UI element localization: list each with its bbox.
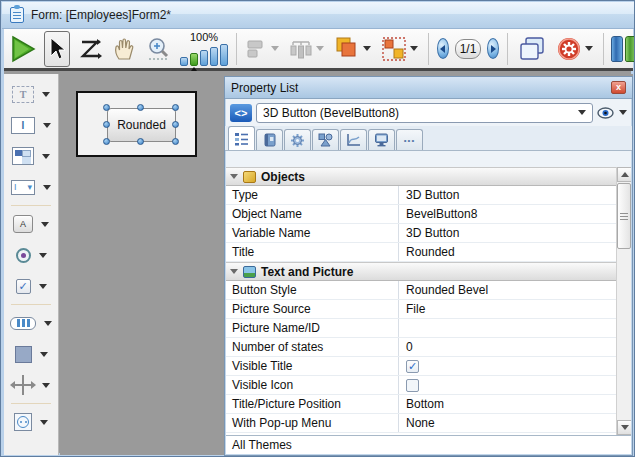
rounded-bevel-button-object[interactable]: Rounded <box>107 108 176 142</box>
hand-tool-button[interactable] <box>110 31 138 67</box>
selection-handle-se[interactable] <box>172 138 179 145</box>
collapse-triangle-icon[interactable] <box>230 269 238 274</box>
align-button[interactable] <box>244 31 281 67</box>
pages-cascade-icon <box>518 36 546 62</box>
tool-dropdown-arrow[interactable] <box>40 420 48 425</box>
section-text-and-picture[interactable]: Text and Picture <box>226 262 616 281</box>
tool-dropdown-arrow[interactable] <box>43 123 51 128</box>
window-titlebar[interactable]: Form: [Employees]Form2* <box>2 2 635 29</box>
property-row-type[interactable]: Type 3D Button <box>226 186 616 205</box>
tab-gear[interactable] <box>284 129 311 150</box>
distribute-button[interactable] <box>287 31 326 67</box>
property-row-variable-name[interactable]: Variable Name 3D Button <box>226 224 616 243</box>
view-options-button[interactable] <box>597 107 627 119</box>
zoom-level-control[interactable]: 100% <box>180 32 228 66</box>
property-value[interactable]: Rounded Bevel <box>399 283 616 297</box>
tool-button[interactable]: A <box>13 213 49 235</box>
gear-dropdown-arrow[interactable] <box>585 46 593 51</box>
tool-dropdown-arrow[interactable] <box>42 154 50 159</box>
tool-list-box[interactable] <box>12 145 50 167</box>
property-value[interactable]: 3D Button <box>399 188 616 202</box>
property-row-button-style[interactable]: Button Style Rounded Bevel <box>226 281 616 300</box>
zoom-tool-button[interactable] <box>144 31 174 67</box>
tab-book[interactable] <box>256 129 283 150</box>
tool-checkbox[interactable]: ✓ <box>16 275 47 297</box>
tool-dropdown-arrow[interactable] <box>41 222 49 227</box>
property-value[interactable]: None <box>399 416 616 430</box>
tool-dropdown-arrow[interactable] <box>42 92 50 97</box>
level-dropdown-arrow[interactable] <box>363 46 371 51</box>
scroll-down-button[interactable] <box>617 420 631 435</box>
zoom-bars-icon[interactable] <box>180 44 228 66</box>
z-order-tool-button[interactable] <box>76 31 104 67</box>
tool-plugin-area[interactable] <box>14 411 48 433</box>
tool-dropdown-arrow[interactable] <box>44 321 52 326</box>
page-previous-button[interactable] <box>437 38 449 59</box>
visible-title-checkbox[interactable]: ✓ <box>406 360 419 373</box>
distribute-dropdown-arrow[interactable] <box>316 46 324 51</box>
property-row-picture-source[interactable]: Picture Source File <box>226 300 616 319</box>
property-row-number-of-states[interactable]: Number of states 0 <box>226 338 616 357</box>
tool-static-text[interactable]: T <box>12 83 50 105</box>
tab-properties-list[interactable] <box>228 126 255 150</box>
display-pages-button[interactable] <box>516 31 548 67</box>
page-next-button[interactable] <box>487 38 499 59</box>
selection-handle-n[interactable] <box>137 104 144 111</box>
tab-shapes[interactable] <box>312 129 339 150</box>
level-button[interactable] <box>332 31 373 67</box>
tool-dropdown-arrow[interactable] <box>40 352 48 357</box>
selection-handle-s[interactable] <box>137 138 144 145</box>
tab-monitor[interactable] <box>368 129 395 150</box>
collapse-triangle-icon[interactable] <box>230 174 238 179</box>
select-tool-button[interactable] <box>44 31 70 67</box>
tool-radio-button[interactable] <box>16 244 47 266</box>
tool-splitter[interactable] <box>12 374 50 396</box>
property-value[interactable]: 3D Button <box>399 226 616 240</box>
selection-handle-nw[interactable] <box>103 104 110 111</box>
property-list-scrollbar[interactable] <box>616 167 631 435</box>
property-row-title[interactable]: Title Rounded <box>226 243 616 262</box>
tool-dropdown-arrow[interactable] <box>42 383 50 388</box>
tool-rectangle[interactable] <box>15 343 48 365</box>
magnifier-icon <box>146 36 172 62</box>
property-value[interactable]: Rounded <box>399 245 616 259</box>
property-row-title-picture-position[interactable]: Title/Picture Position Bottom <box>226 395 616 414</box>
selection-handle-ne[interactable] <box>172 104 179 111</box>
scroll-up-button[interactable] <box>617 167 631 182</box>
theme-filter-bar[interactable]: All Themes <box>226 435 631 454</box>
property-row-with-popup-menu[interactable]: With Pop-up Menu None <box>226 414 616 433</box>
property-row-visible-icon[interactable]: Visible Icon ✓ <box>226 376 616 395</box>
tab-more[interactable]: ••• <box>396 129 423 150</box>
tool-dropdown-arrow[interactable] <box>39 253 47 258</box>
selection-handle-e[interactable] <box>172 121 179 128</box>
scrollbar-thumb[interactable] <box>617 183 631 249</box>
form-page-area[interactable]: Rounded <box>76 91 197 157</box>
object-selector-dropdown[interactable]: 3D Button (BevelButton8) <box>256 103 593 123</box>
property-row-visible-title[interactable]: Visible Title ✓ <box>226 357 616 376</box>
themes-books-button[interactable] <box>611 36 635 62</box>
tool-input-field[interactable]: I <box>11 114 51 136</box>
visible-icon-checkbox[interactable]: ✓ <box>406 379 419 392</box>
close-icon[interactable]: x <box>611 81 626 94</box>
execute-form-button[interactable] <box>8 31 38 67</box>
property-value[interactable]: File <box>399 302 616 316</box>
property-value[interactable]: 0 <box>399 340 616 354</box>
duplicate-grid-button[interactable] <box>379 31 420 67</box>
object-navigate-icon[interactable]: <> <box>230 104 252 122</box>
align-dropdown-arrow[interactable] <box>271 46 279 51</box>
tool-tab-control[interactable] <box>10 312 52 334</box>
tool-dropdown-arrow[interactable] <box>39 284 47 289</box>
property-value[interactable]: Bottom <box>399 397 616 411</box>
selection-handle-sw[interactable] <box>103 138 110 145</box>
property-row-object-name[interactable]: Object Name BevelButton8 <box>226 205 616 224</box>
section-objects[interactable]: Objects <box>226 167 616 186</box>
property-value[interactable]: BevelButton8 <box>399 207 616 221</box>
gear-actions-button[interactable] <box>554 31 595 67</box>
tab-chart[interactable] <box>340 129 367 150</box>
duplicate-dropdown-arrow[interactable] <box>410 46 418 51</box>
property-row-picture-name-id[interactable]: Picture Name/ID <box>226 319 616 338</box>
selection-handle-w[interactable] <box>103 121 110 128</box>
tool-combo-box[interactable]: I▾ <box>11 176 51 198</box>
tool-dropdown-arrow[interactable] <box>43 185 51 190</box>
property-list-titlebar[interactable]: Property List x <box>225 77 632 99</box>
